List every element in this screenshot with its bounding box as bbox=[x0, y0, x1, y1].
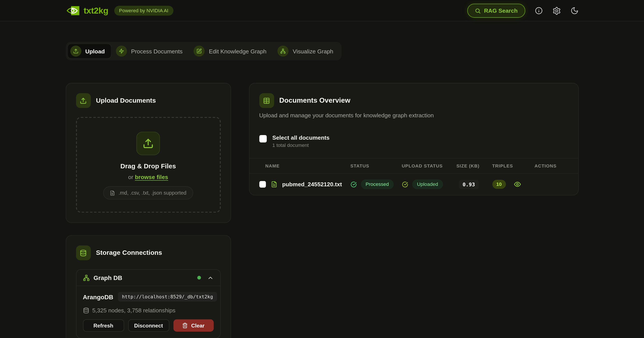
rag-search-button[interactable]: RAG Search bbox=[467, 4, 525, 18]
select-all-row: Select all documents 1 total document bbox=[259, 134, 568, 148]
database-icon bbox=[83, 307, 89, 313]
edit-icon bbox=[194, 45, 205, 57]
left-column: Upload Documents Drag & Drop Files or br… bbox=[66, 83, 231, 338]
zap-icon bbox=[116, 45, 127, 57]
card-title: Documents Overview bbox=[279, 97, 350, 105]
card-title: Upload Documents bbox=[96, 97, 156, 104]
size-value: 0.93 bbox=[459, 179, 478, 189]
clear-button[interactable]: Clear bbox=[173, 319, 214, 332]
row-checkbox[interactable] bbox=[259, 181, 266, 188]
search-icon bbox=[474, 8, 481, 14]
select-all-checkbox[interactable] bbox=[259, 135, 266, 143]
tab-upload[interactable]: Upload bbox=[67, 44, 111, 59]
connected-status-dot bbox=[197, 276, 201, 280]
upload-icon bbox=[70, 45, 81, 57]
upload-icon bbox=[136, 132, 160, 155]
powered-by-badge: Powered by NVIDIA AI bbox=[114, 6, 173, 15]
app-root: txt2kg Powered by NVIDIA AI RAG Search bbox=[0, 0, 644, 338]
info-button[interactable] bbox=[534, 6, 543, 15]
upload-icon bbox=[76, 93, 91, 108]
moon-icon bbox=[570, 6, 579, 15]
theme-toggle-button[interactable] bbox=[570, 6, 579, 15]
browse-files-link[interactable]: browse files bbox=[135, 173, 168, 180]
top-navbar: txt2kg Powered by NVIDIA AI RAG Search bbox=[0, 0, 644, 21]
graph-db-label: Graph DB bbox=[94, 274, 122, 281]
db-connection-url: http://localhost:8529/_db/txt2kg bbox=[118, 292, 217, 302]
check-circle-icon bbox=[350, 181, 356, 187]
settings-button[interactable] bbox=[552, 6, 561, 15]
supported-formats-pill: .md, .csv, .txt, .json supported bbox=[103, 186, 193, 199]
total-documents-label: 1 total document bbox=[272, 143, 330, 148]
chevron-up-icon[interactable] bbox=[207, 274, 214, 281]
tab-edit-knowledge-graph[interactable]: Edit Knowledge Graph bbox=[191, 44, 273, 59]
file-icon bbox=[110, 190, 115, 195]
graph-db-details: ArangoDB http://localhost:8529/_db/txt2k… bbox=[76, 286, 220, 338]
tab-process-documents[interactable]: Process Documents bbox=[113, 44, 189, 59]
refresh-button[interactable]: Refresh bbox=[83, 319, 124, 332]
eye-icon bbox=[514, 180, 521, 188]
main-tabbar: Upload Process Documents Edit Knowledge … bbox=[66, 42, 342, 60]
file-dropzone[interactable]: Drag & Drop Files or browse files .md, .… bbox=[76, 117, 220, 213]
storage-connections-card: Storage Connections Graph DB bbox=[66, 235, 231, 338]
app-title: txt2kg bbox=[84, 6, 108, 15]
database-icon bbox=[76, 245, 91, 260]
check-circle-icon bbox=[402, 181, 408, 187]
db-provider-name: ArangoDB bbox=[83, 293, 113, 300]
view-document-button[interactable] bbox=[514, 180, 521, 188]
select-all-label: Select all documents bbox=[272, 134, 330, 141]
nvidia-logo-icon bbox=[66, 6, 80, 15]
upload-documents-card: Upload Documents Drag & Drop Files or br… bbox=[66, 83, 231, 223]
network-icon bbox=[83, 274, 90, 281]
info-icon bbox=[534, 6, 543, 15]
table-row: pubmed_24552120.txt Processed Uploaded bbox=[249, 173, 578, 195]
upload-status-badge: Uploaded bbox=[412, 179, 443, 189]
header-actions: RAG Search bbox=[467, 4, 578, 18]
triples-badge: 10 bbox=[492, 180, 506, 189]
gear-icon bbox=[552, 6, 561, 15]
documents-overview-card: Documents Overview Upload and manage you… bbox=[249, 83, 578, 195]
documents-table-header: NAME STATUS UPLOAD STATUS SIZE (KB) TRIP… bbox=[249, 158, 578, 173]
dropzone-subtext: or browse files bbox=[85, 173, 212, 180]
db-stats: 5,325 nodes, 3,758 relationships bbox=[92, 307, 175, 314]
status-badge: Processed bbox=[360, 179, 394, 189]
document-name: pubmed_24552120.txt bbox=[282, 181, 342, 188]
network-icon bbox=[278, 45, 289, 57]
brand: txt2kg Powered by NVIDIA AI bbox=[66, 6, 173, 15]
trash-icon bbox=[182, 323, 188, 328]
file-text-icon bbox=[271, 181, 277, 188]
disconnect-button[interactable]: Disconnect bbox=[128, 319, 169, 332]
card-title: Storage Connections bbox=[96, 249, 162, 257]
tab-visualize-graph[interactable]: Visualize Graph bbox=[275, 44, 340, 59]
table-icon bbox=[259, 93, 274, 108]
dropzone-title: Drag & Drop Files bbox=[85, 163, 212, 170]
graph-db-panel: Graph DB ArangoDB http://lo bbox=[76, 269, 220, 338]
card-subtitle: Upload and manage your documents for kno… bbox=[259, 112, 568, 119]
graph-db-header[interactable]: Graph DB bbox=[76, 270, 220, 286]
